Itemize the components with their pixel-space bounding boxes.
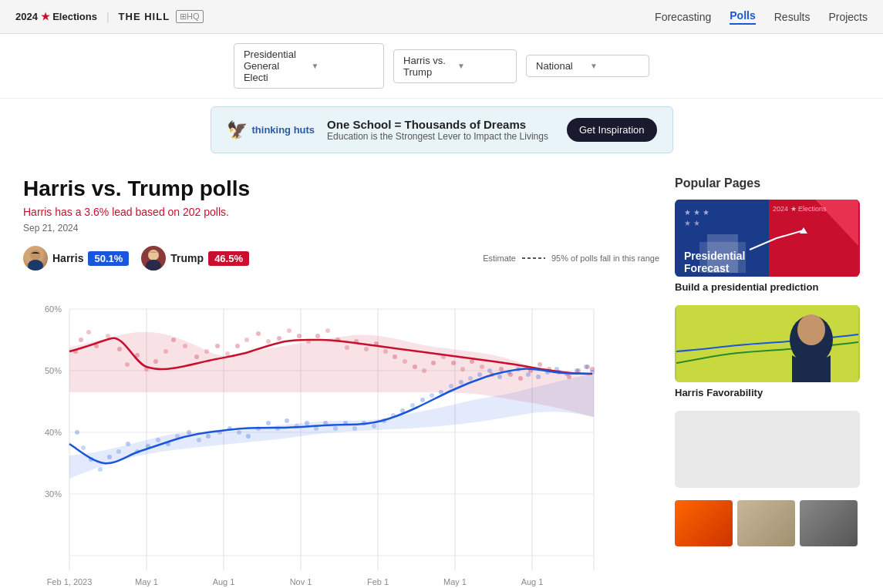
svg-point-54 <box>364 347 369 351</box>
svg-point-40 <box>225 351 230 356</box>
svg-point-50 <box>325 328 330 333</box>
svg-point-101 <box>285 418 289 423</box>
svg-point-33 <box>153 359 158 364</box>
svg-point-79 <box>75 430 79 435</box>
svg-point-80 <box>81 445 86 450</box>
harris-value: 50.1% <box>88 251 129 266</box>
harris-avatar <box>23 246 48 270</box>
dhq-logo: ⊞HQ <box>176 10 204 23</box>
svg-point-30 <box>125 362 130 367</box>
ad-headline: One School = Thousands of Dreams <box>327 118 554 131</box>
svg-point-41 <box>235 344 240 348</box>
svg-text:40%: 40% <box>45 428 62 437</box>
scope-filter[interactable]: National ▼ <box>526 55 649 77</box>
svg-text:2024 ★ Elections: 2024 ★ Elections <box>773 205 827 213</box>
svg-text:Feb 1: Feb 1 <box>367 577 389 586</box>
ad-banner: 🦅 thinking huts One School = Thousands o… <box>211 106 673 153</box>
svg-point-131 <box>575 368 579 373</box>
svg-point-96 <box>237 430 241 435</box>
svg-text:30%: 30% <box>45 489 62 499</box>
svg-text:Nov 1: Nov 1 <box>290 577 312 586</box>
svg-point-57 <box>393 354 397 359</box>
race-filter[interactable]: Presidential General Electi ▼ <box>234 43 384 89</box>
svg-point-38 <box>204 349 209 354</box>
svg-point-123 <box>497 375 502 379</box>
popular-card-3[interactable] <box>675 411 860 488</box>
ad-text: One School = Thousands of Dreams Educati… <box>327 118 554 142</box>
svg-text:Forecast: Forecast <box>684 262 730 274</box>
thehill-logo: THE HILL <box>119 11 170 22</box>
svg-point-103 <box>305 421 309 425</box>
svg-text:Presidential: Presidential <box>684 250 745 262</box>
harris-name: Harris <box>52 252 83 264</box>
sidebar: Popular Pages ★ ★ ★ ★ ★ <box>675 176 860 588</box>
candidate-row: Harris 50.1% Trump 46.5% Estimate <box>23 246 659 270</box>
svg-point-88 <box>156 438 160 442</box>
svg-point-72 <box>538 362 542 367</box>
svg-point-91 <box>187 430 191 435</box>
trump-candidate: Trump 46.5% <box>141 246 249 270</box>
svg-point-35 <box>171 338 176 342</box>
svg-point-43 <box>256 331 261 336</box>
pres-forecast-image: ★ ★ ★ ★ ★ Presidential Forecast 2024 ★ <box>675 200 860 277</box>
svg-text:★ ★: ★ ★ <box>684 219 700 227</box>
date-label: Sep 21, 2024 <box>23 223 659 234</box>
svg-point-115 <box>420 398 425 402</box>
nav-divider: | <box>106 11 110 23</box>
svg-text:Aug 1: Aug 1 <box>521 577 544 586</box>
svg-point-61 <box>431 361 436 365</box>
popular-thumb-2[interactable] <box>737 500 795 546</box>
svg-point-2 <box>31 250 40 260</box>
harris-fav-image <box>675 305 860 382</box>
harris-candidate: Harris 50.1% <box>23 246 129 270</box>
content-area: Harris vs. Trump polls Harris has a 3.6%… <box>23 176 659 588</box>
harris-favorability-card[interactable]: Harris Favorability <box>675 305 860 398</box>
harris-fav-title: Harris Favorability <box>675 387 860 398</box>
chart-area: 60% 50% 40% 30% <box>23 278 659 588</box>
svg-text:★ ★ ★: ★ ★ ★ <box>684 208 709 217</box>
svg-point-25 <box>79 338 83 342</box>
svg-point-28 <box>106 334 110 338</box>
filter-row: Presidential General Electi ▼ Harris vs.… <box>0 34 883 99</box>
pres-forecast-title: Build a presidential prediction <box>675 281 860 293</box>
svg-point-65 <box>470 359 474 364</box>
svg-text:50%: 50% <box>45 366 62 375</box>
svg-point-70 <box>518 376 523 381</box>
main-layout: Harris vs. Trump polls Harris has a 3.6%… <box>0 161 883 588</box>
nav-polls[interactable]: Polls <box>730 9 755 25</box>
svg-point-116 <box>430 393 434 398</box>
nav-forecasting[interactable]: Forecasting <box>655 11 711 23</box>
svg-point-46 <box>287 328 292 333</box>
svg-point-82 <box>98 467 103 472</box>
ad-brand-logo: 🦅 thinking huts <box>227 120 315 140</box>
svg-text:May 1: May 1 <box>443 577 467 586</box>
popular-thumb-3[interactable] <box>800 500 858 546</box>
svg-point-36 <box>183 344 187 348</box>
nav-results[interactable]: Results <box>774 11 811 23</box>
nav-right: Forecasting Polls Results Projects <box>655 9 868 25</box>
svg-point-49 <box>315 334 320 338</box>
svg-point-93 <box>206 434 211 438</box>
svg-point-68 <box>499 367 504 371</box>
svg-point-26 <box>86 330 91 334</box>
svg-point-106 <box>333 426 338 431</box>
svg-text:May 1: May 1 <box>135 577 158 586</box>
popular-thumb-1[interactable] <box>675 500 733 546</box>
popular-card-gray-image <box>675 411 860 488</box>
chevron-down-icon: ▼ <box>590 62 639 70</box>
svg-point-108 <box>352 426 357 431</box>
matchup-filter[interactable]: Harris vs. Trump ▼ <box>393 49 517 83</box>
ad-cta-button[interactable]: Get Inspiration <box>567 118 657 142</box>
presidential-forecast-card[interactable]: ★ ★ ★ ★ ★ Presidential Forecast 2024 ★ <box>675 200 860 293</box>
svg-point-84 <box>116 449 121 454</box>
svg-text:Feb 1, 2023: Feb 1, 2023 <box>47 577 93 586</box>
chevron-down-icon: ▼ <box>312 62 375 70</box>
elections-year: 2024 ★ Elections <box>15 11 97 22</box>
svg-point-114 <box>410 403 415 408</box>
svg-point-92 <box>197 438 201 442</box>
svg-point-58 <box>403 359 407 364</box>
nav-projects[interactable]: Projects <box>828 11 868 23</box>
svg-point-63 <box>451 361 456 365</box>
lead-text: Harris has a 3.6% lead based on 202 poll… <box>23 206 659 218</box>
poll-chart: 60% 50% 40% 30% <box>23 278 602 588</box>
